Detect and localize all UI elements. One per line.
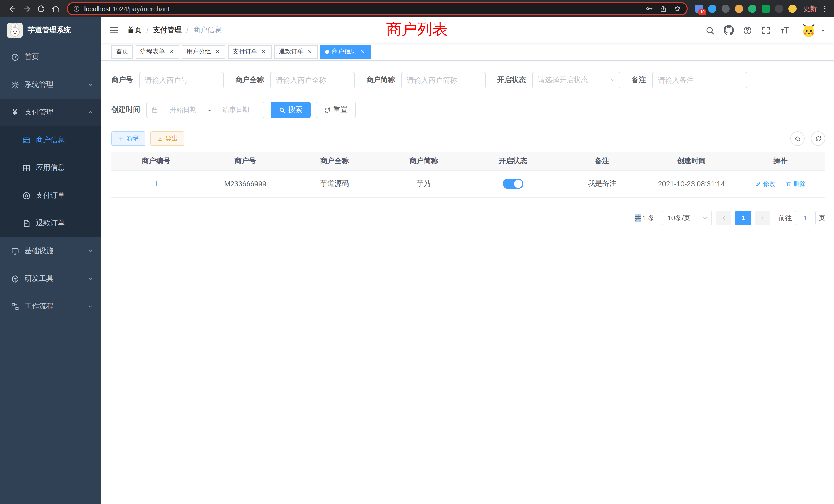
browser-forward-button[interactable]	[20, 2, 34, 16]
app-title: 芋道管理系统	[28, 26, 71, 35]
breadcrumb-home[interactable]: 首页	[127, 26, 142, 35]
url-bar[interactable]: localhost :1024/pay/merchant	[67, 2, 688, 16]
tab-label: 用户分组	[186, 47, 211, 56]
bookmark-star-icon[interactable]	[673, 5, 681, 13]
remark-input[interactable]	[652, 72, 747, 88]
page-1-button[interactable]: 1	[736, 211, 751, 225]
sidebar-item-dev-tools[interactable]: 研发工具	[0, 265, 101, 293]
add-button[interactable]: 新增	[111, 131, 145, 146]
pagination-total: 共1条	[635, 213, 655, 223]
reset-button[interactable]: 重置	[316, 101, 356, 118]
chevron-up-icon	[87, 109, 93, 115]
extension-icon-8[interactable]	[788, 5, 796, 13]
site-info-icon[interactable]	[73, 5, 80, 12]
table-row: 1 M233666999 芋道源码 芋艿 我是备注 2021-10-23 08:…	[111, 170, 825, 197]
status-label: 开启状态	[497, 75, 526, 85]
export-button[interactable]: 导出	[151, 131, 184, 146]
reset-button-label: 重置	[333, 105, 348, 114]
search-icon	[279, 107, 286, 113]
search-button[interactable]: 搜索	[271, 101, 311, 118]
goto-page-input[interactable]	[795, 211, 815, 225]
extension-icon-1[interactable]: 10	[695, 5, 703, 13]
filter-full-name: 商户全称	[235, 72, 355, 88]
full-name-input[interactable]	[270, 72, 355, 88]
password-key-icon[interactable]	[645, 5, 653, 13]
tab-user-group[interactable]: 用户分组	[182, 45, 225, 58]
delete-link[interactable]: 删除	[786, 180, 806, 188]
close-icon[interactable]	[359, 48, 366, 55]
tab-process-form[interactable]: 流程表单	[136, 45, 179, 58]
close-icon[interactable]	[260, 48, 267, 55]
total-count: 1	[643, 214, 646, 222]
merchant-no-input[interactable]	[139, 72, 224, 88]
add-button-label: 新增	[126, 134, 139, 143]
sidebar-item-pay-orders[interactable]: 支付订单	[0, 182, 101, 209]
filter-row-2: 创建时间 开始日期 - 结束日期 搜索 重置	[111, 101, 825, 118]
sidebar-item-app-info[interactable]: 应用信息	[0, 154, 101, 182]
search-icon[interactable]	[705, 25, 715, 35]
sidebar-item-merchant-info[interactable]: 商户信息	[0, 126, 101, 154]
extension-icon-7[interactable]	[775, 5, 783, 13]
font-size-icon[interactable]	[780, 25, 790, 36]
prev-page-button[interactable]	[716, 211, 731, 225]
tab-refund-orders[interactable]: 退款订单	[274, 45, 318, 58]
sidebar-item-label: 支付订单	[36, 191, 65, 200]
tab-home[interactable]: 首页	[111, 45, 133, 58]
refresh-table-button[interactable]	[811, 131, 825, 146]
pagination: 共1条 10条/页 1 前往 页	[111, 211, 825, 225]
status-toggle[interactable]	[503, 179, 523, 189]
sidebar-logo[interactable]: 芋道管理系统	[0, 18, 101, 43]
hamburger-icon[interactable]	[109, 25, 119, 36]
extension-icon-4[interactable]	[735, 5, 743, 13]
sidebar-item-home[interactable]: 首页	[0, 43, 101, 71]
sidebar-item-system[interactable]: 系统管理	[0, 71, 101, 98]
browser-home-button[interactable]	[48, 2, 63, 16]
cell-full-name: 芋道源码	[290, 170, 379, 197]
edit-link[interactable]: 修改	[755, 180, 775, 188]
close-icon[interactable]	[306, 48, 313, 55]
cell-merchant-id: 1	[111, 170, 201, 197]
tab-pay-orders[interactable]: 支付订单	[228, 45, 272, 58]
help-icon[interactable]	[743, 25, 752, 35]
close-icon[interactable]	[168, 48, 175, 55]
sidebar-item-infrastructure[interactable]: 基础设施	[0, 237, 101, 265]
sidebar-item-label: 商户信息	[36, 136, 65, 145]
sidebar-item-label: 首页	[25, 52, 39, 62]
date-range-picker[interactable]: 开始日期 - 结束日期	[146, 101, 264, 118]
extension-icon-2[interactable]	[708, 5, 717, 13]
sidebar-item-refund-orders[interactable]: 退款订单	[0, 209, 101, 237]
toggle-search-button[interactable]	[790, 131, 805, 146]
browser-back-button[interactable]	[5, 2, 20, 16]
sidebar-menu: 首页 系统管理 ¥ 支付管理 商户信息	[0, 43, 101, 320]
close-icon[interactable]	[214, 48, 221, 55]
tab-merchant-info[interactable]: 商户信息	[321, 45, 371, 58]
browser-reload-button[interactable]	[34, 2, 48, 16]
user-menu[interactable]	[801, 23, 826, 38]
page-size-value: 10条/页	[667, 213, 702, 223]
navbar-tools	[705, 23, 826, 38]
extension-icon-6[interactable]	[762, 5, 770, 13]
reload-icon	[37, 5, 45, 13]
sidebar-item-label: 基础设施	[25, 246, 53, 256]
github-icon[interactable]	[724, 25, 734, 36]
main-area: 首页 / 支付管理 / 商户信息	[101, 18, 834, 504]
full-name-label: 商户全称	[235, 75, 264, 85]
sidebar-item-workflow[interactable]: 工作流程	[0, 293, 101, 320]
page-size-select[interactable]: 10条/页	[662, 211, 712, 225]
header-short-name: 商户简称	[379, 152, 468, 170]
share-icon[interactable]	[659, 5, 667, 13]
fullscreen-icon[interactable]	[761, 25, 771, 35]
filter-create-time: 创建时间 开始日期 - 结束日期	[111, 101, 264, 118]
user-avatar[interactable]	[801, 23, 816, 38]
extension-icon-3[interactable]	[722, 5, 730, 13]
sidebar-item-payment[interactable]: ¥ 支付管理	[0, 98, 101, 126]
status-select[interactable]: 请选择开启状态	[532, 72, 620, 88]
browser-menu-icon[interactable]	[821, 5, 829, 13]
header-status: 开启状态	[468, 152, 558, 170]
edit-link-label: 修改	[763, 180, 775, 188]
next-page-button[interactable]	[755, 211, 770, 225]
short-name-input[interactable]	[401, 72, 486, 88]
breadcrumb-payment[interactable]: 支付管理	[153, 26, 182, 35]
extension-icon-5[interactable]	[748, 5, 756, 13]
browser-update-button[interactable]: 更新	[804, 4, 816, 13]
